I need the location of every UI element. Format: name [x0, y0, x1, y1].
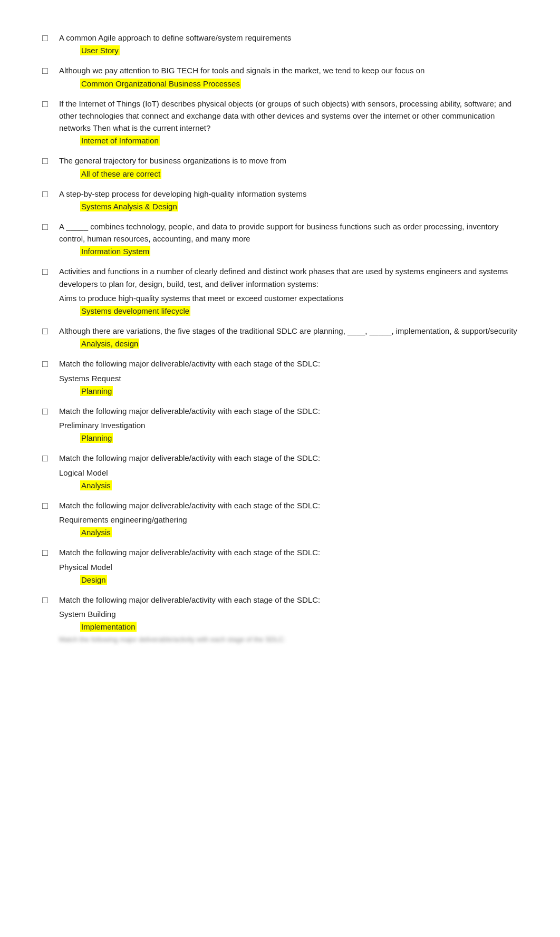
list-item: □ Match the following major deliverable/…: [42, 546, 518, 584]
item-text: If the Internet of Things (IoT) describe…: [59, 98, 518, 134]
list-item: □ If the Internet of Things (IoT) descri…: [42, 98, 518, 146]
list-item: □ A common Agile approach to define soft…: [42, 32, 518, 55]
bullet-icon: □: [42, 326, 52, 337]
item-text: Match the following major deliverable/ac…: [59, 452, 518, 464]
item-content: A step-by-step process for developing hi…: [59, 188, 518, 211]
highlighted-answer: Analysis: [80, 480, 112, 490]
highlighted-answer: All of these are correct: [80, 169, 161, 179]
item-sub-text: Logical Model: [59, 467, 518, 479]
item-content: Activities and functions in a number of …: [59, 265, 518, 315]
item-text: Match the following major deliverable/ac…: [59, 499, 518, 511]
item-content: Although we pay attention to BIG TECH fo…: [59, 64, 518, 88]
highlighted-answer: Systems Analysis & Design: [80, 201, 178, 211]
answer-line: Systems Analysis & Design: [59, 202, 518, 211]
bullet-icon: □: [42, 221, 52, 233]
list-item: □ Match the following major deliverable/…: [42, 594, 518, 644]
item-text: Activities and functions in a number of …: [59, 265, 518, 290]
item-text: The general trajectory for business orga…: [59, 154, 518, 167]
bullet-icon: □: [42, 406, 52, 417]
highlighted-answer: Internet of Information: [80, 136, 160, 146]
item-content: A common Agile approach to define softwa…: [59, 32, 518, 55]
answer-line: Planning: [59, 387, 518, 395]
answer-line: Analysis: [59, 481, 518, 490]
bullet-icon: □: [42, 65, 52, 76]
highlighted-answer: Systems development lifecycle: [80, 306, 190, 316]
bullet-icon: □: [42, 359, 52, 370]
bullet-icon: □: [42, 453, 52, 464]
item-text: A common Agile approach to define softwa…: [59, 32, 518, 44]
item-text: Match the following major deliverable/ac…: [59, 594, 518, 606]
answer-line: Internet of Information: [59, 136, 518, 145]
item-text: A step-by-step process for developing hi…: [59, 188, 518, 200]
item-content: The general trajectory for business orga…: [59, 154, 518, 178]
answer-line: Design: [59, 575, 518, 584]
answer-line: Information System: [59, 247, 518, 256]
item-sub-text: Systems Request: [59, 372, 518, 384]
item-text: Match the following major deliverable/ac…: [59, 358, 518, 370]
item-text: Match the following major deliverable/ac…: [59, 405, 518, 417]
item-content: A _____ combines technology, people, and…: [59, 220, 518, 256]
list-item: □ Activities and functions in a number o…: [42, 265, 518, 315]
list-item: □ Although we pay attention to BIG TECH …: [42, 64, 518, 88]
highlighted-answer: Information System: [80, 246, 150, 256]
bullet-icon: □: [42, 189, 52, 200]
bullet-icon: □: [42, 266, 52, 277]
item-content: Match the following major deliverable/ac…: [59, 452, 518, 490]
answer-line: Systems development lifecycle: [59, 306, 518, 315]
answer-line: User Story: [59, 46, 518, 55]
highlighted-answer: Common Organizational Business Processes: [80, 79, 241, 89]
item-text: Although we pay attention to BIG TECH fo…: [59, 64, 518, 76]
bullet-icon: □: [42, 156, 52, 167]
bullet-icon: □: [42, 547, 52, 558]
highlighted-answer: Design: [80, 575, 107, 585]
item-text: A _____ combines technology, people, and…: [59, 220, 518, 245]
blurred-next-item: Match the following major deliverable/ac…: [59, 635, 518, 643]
highlighted-answer: Planning: [80, 433, 113, 443]
list-item: □ Match the following major deliverable/…: [42, 358, 518, 395]
list-item: □ Match the following major deliverable/…: [42, 405, 518, 443]
answer-line: Implementation: [59, 622, 518, 631]
item-content: Match the following major deliverable/ac…: [59, 594, 518, 644]
answer-line: Analysis, design: [59, 339, 518, 348]
list-item: □ Match the following major deliverable/…: [42, 452, 518, 490]
item-content: Match the following major deliverable/ac…: [59, 499, 518, 537]
item-sub-text: Preliminary Investigation: [59, 419, 518, 431]
bullet-icon: □: [42, 500, 52, 511]
item-text: Although there are variations, the five …: [59, 325, 518, 337]
list-item: □ Match the following major deliverable/…: [42, 499, 518, 537]
item-content: Match the following major deliverable/ac…: [59, 405, 518, 443]
highlighted-answer: Planning: [80, 386, 113, 396]
bullet-icon: □: [42, 595, 52, 606]
highlighted-answer: Analysis, design: [80, 339, 139, 349]
list-item: □ A _____ combines technology, people, a…: [42, 220, 518, 256]
answer-line: Common Organizational Business Processes: [59, 79, 518, 88]
list-item: □ Although there are variations, the fiv…: [42, 325, 518, 348]
highlighted-answer: Analysis: [80, 527, 112, 537]
list-item: □ The general trajectory for business or…: [42, 154, 518, 178]
item-text: Match the following major deliverable/ac…: [59, 546, 518, 558]
answer-line: All of these are correct: [59, 169, 518, 178]
item-content: If the Internet of Things (IoT) describe…: [59, 98, 518, 146]
item-sub-text: Aims to produce high-quality systems tha…: [59, 292, 518, 304]
item-sub-text: Requirements engineering/gathering: [59, 514, 518, 526]
highlighted-answer: User Story: [80, 45, 120, 55]
answer-line: Planning: [59, 433, 518, 442]
answer-line: Analysis: [59, 528, 518, 537]
main-list: □ A common Agile approach to define soft…: [42, 32, 518, 643]
item-content: Although there are variations, the five …: [59, 325, 518, 348]
item-sub-text: System Building: [59, 608, 518, 620]
item-content: Match the following major deliverable/ac…: [59, 358, 518, 395]
bullet-icon: □: [42, 99, 52, 110]
bullet-icon: □: [42, 33, 52, 44]
item-content: Match the following major deliverable/ac…: [59, 546, 518, 584]
item-sub-text: Physical Model: [59, 561, 518, 573]
highlighted-answer: Implementation: [80, 622, 137, 632]
list-item: □ A step-by-step process for developing …: [42, 188, 518, 211]
